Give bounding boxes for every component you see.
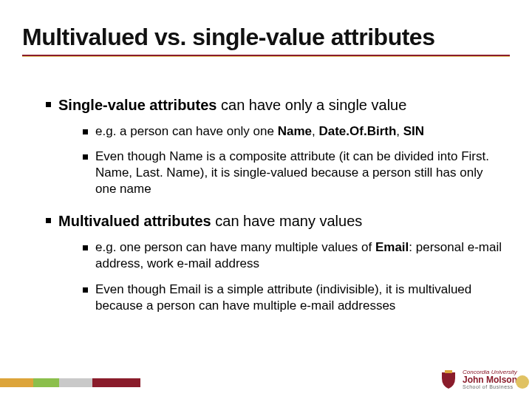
footer-logo: Concordia University John Molson School … — [439, 368, 517, 390]
bullet-icon — [83, 245, 88, 250]
sub-item: e.g. one person can have many multiple v… — [83, 239, 502, 272]
bullet-icon — [83, 129, 88, 134]
sub-item: Even though Name is a composite attribut… — [83, 149, 502, 197]
sub-item: Even though Email is a simple attribute … — [83, 282, 502, 314]
svg-rect-0 — [445, 370, 452, 373]
logo-line2: John Molson — [463, 375, 517, 384]
slide-title: Multivalued vs. single-value attributes — [22, 24, 510, 51]
sub-list: e.g. a person can have only one Name, Da… — [83, 123, 502, 197]
slide-body: Single-value attributes can have only a … — [46, 96, 502, 329]
slide: Multivalued vs. single-value attributes … — [0, 0, 532, 399]
logo-text: Concordia University John Molson School … — [463, 369, 517, 389]
sub-text: e.g. one person can have many multiple v… — [95, 239, 502, 272]
bullet-text: Multivalued attributes can have many val… — [58, 212, 362, 231]
bullet-rest: can have many values — [211, 213, 363, 229]
bullet-text: Single-value attributes can have only a … — [58, 96, 406, 115]
bullet-item: Multivalued attributes can have many val… — [46, 212, 502, 313]
sub-list: e.g. one person can have many multiple v… — [83, 239, 502, 313]
bullet-icon — [46, 102, 51, 107]
bullet-icon — [83, 287, 88, 293]
bullet-item: Single-value attributes can have only a … — [46, 96, 502, 197]
sub-text: Even though Email is a simple attribute … — [95, 282, 502, 314]
logo-line3: School of Business — [463, 384, 517, 389]
sub-text: e.g. a person can have only one Name, Da… — [95, 123, 424, 140]
sub-text: Even though Name is a composite attribut… — [95, 149, 502, 197]
bullet-icon — [83, 154, 88, 160]
bullet-rest: can have only a single value — [217, 97, 407, 113]
bullet-lead: Multivalued attributes — [58, 213, 211, 229]
sub-item: e.g. a person can have only one Name, Da… — [83, 123, 502, 140]
footer-color-band — [0, 378, 140, 387]
page-number-badge — [516, 375, 529, 389]
bullet-lead: Single-value attributes — [58, 97, 217, 113]
logo-icon — [439, 368, 458, 390]
title-underline — [22, 55, 510, 56]
bullet-list: Single-value attributes can have only a … — [46, 96, 502, 314]
bullet-icon — [46, 218, 51, 223]
